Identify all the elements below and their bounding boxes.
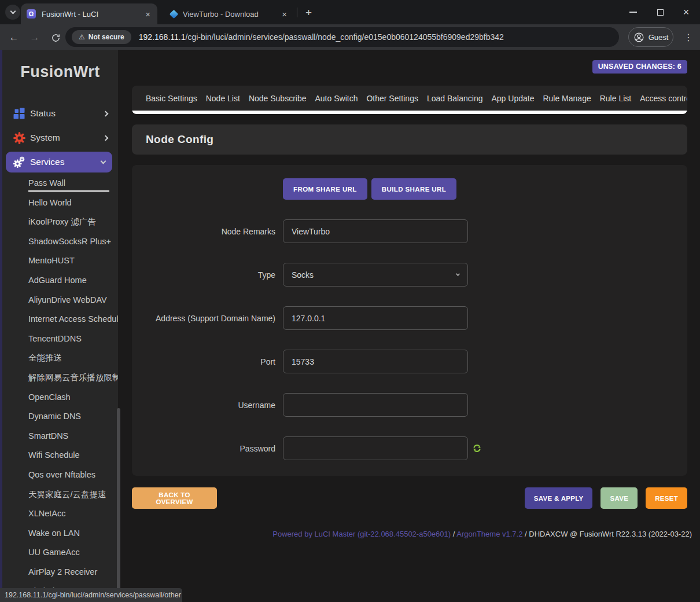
close-icon: ×	[683, 7, 690, 17]
footer-separator: /	[451, 530, 456, 538]
sidebar-item-adguard-home[interactable]: AdGuard Home	[2, 271, 118, 291]
sidebar-item-ssr-plus[interactable]: ShadowSocksR Plus+	[2, 232, 118, 252]
save-apply-button[interactable]: SAVE & APPLY	[525, 487, 593, 509]
password-label: Password	[132, 444, 275, 453]
sidebar-item-internet-access-schedule[interactable]: Internet Access Schedule	[2, 310, 118, 329]
tab-load-balancing[interactable]: Load Balancing	[427, 94, 483, 103]
footer-build-info: DHDAXCW @ FusionWrt R22.3.13 (2022-03-22…	[529, 530, 692, 538]
browser-tabstrip: Ω FusionWrt - LuCI × ViewTurbo - Downloa…	[0, 0, 700, 24]
reset-button[interactable]: RESET	[646, 487, 687, 509]
sidebar-item-passwall[interactable]: Pass Wall	[2, 174, 118, 193]
new-tab-button[interactable]: +	[301, 5, 316, 20]
dashboard-grid-icon	[13, 108, 25, 119]
chevron-down-icon	[456, 271, 460, 276]
port-input[interactable]	[283, 350, 468, 373]
argon-theme-link[interactable]: ArgonTheme v1.7.2	[456, 530, 522, 538]
tab-node-subscribe[interactable]: Node Subscribe	[249, 94, 307, 103]
sidebar-item-smartdns[interactable]: SmartDNS	[2, 427, 118, 446]
sidebar-item-unlock-netease-music[interactable]: 解除网易云音乐播放限制	[2, 368, 118, 388]
sidebar-item-tianyi-cloud[interactable]: 天翼家庭云/云盘提速	[2, 485, 118, 505]
sidebar-item-ikoolproxy[interactable]: iKoolProxy 滤广告	[2, 212, 118, 232]
chevron-right-icon	[103, 135, 109, 141]
address-input[interactable]	[283, 306, 468, 330]
node-remarks-label: Node Remarks	[132, 227, 275, 236]
browser-tab-fusionwrt[interactable]: Ω FusionWrt - LuCI ×	[21, 3, 157, 24]
sidebar-scrollbar[interactable]	[117, 408, 120, 602]
username-input[interactable]	[283, 393, 468, 417]
sidebar-item-aliyundrive-webdav[interactable]: AliyunDrive WebDAV	[2, 291, 118, 310]
sidebar-item-xlnetacc[interactable]: XLNetAcc	[2, 504, 118, 524]
luci-favicon: Ω	[27, 9, 36, 19]
tab-access-control[interactable]: Access control	[640, 94, 687, 103]
window-maximize-button[interactable]	[651, 3, 669, 21]
back-button[interactable]: ←	[7, 31, 21, 45]
profile-label: Guest	[649, 33, 669, 42]
sidebar-item-label: Services	[30, 157, 64, 167]
browser-toolbar: ← → ⚠ Not secure 192.168.11.1/cgi-bin/lu…	[0, 24, 700, 50]
gear-icon	[13, 132, 25, 144]
address-label: Address (Support Domain Name)	[132, 314, 275, 323]
window-close-button[interactable]: ×	[677, 3, 695, 21]
maximize-icon	[657, 9, 664, 16]
sidebar-item-openclash[interactable]: OpenClash	[2, 388, 118, 408]
url-bar[interactable]: ⚠ Not secure 192.168.11.1/cgi-bin/luci/a…	[65, 27, 619, 47]
sidebar-item-system[interactable]: System	[2, 130, 118, 146]
services-submenu: Pass Wall Hello World iKoolProxy 滤广告 Sha…	[2, 174, 118, 601]
page-title: Node Config	[132, 124, 687, 155]
tab-rule-list[interactable]: Rule List	[600, 94, 631, 103]
sidebar-item-label: System	[30, 133, 60, 143]
reload-icon	[51, 33, 61, 43]
tab-underline	[132, 111, 687, 114]
sidebar-item-airplay2-receiver[interactable]: AirPlay 2 Receiver	[2, 563, 118, 582]
password-input[interactable]	[283, 436, 468, 460]
tab-node-list[interactable]: Node List	[206, 94, 240, 103]
tab-rule-manage[interactable]: Rule Manage	[543, 94, 591, 103]
submenu-label: Pass Wall	[28, 178, 65, 188]
window-minimize-button[interactable]	[624, 3, 642, 21]
reload-button[interactable]	[49, 31, 62, 45]
generate-password-button[interactable]	[472, 443, 482, 453]
sidebar-item-qos-nftables[interactable]: Qos over Nftables	[2, 465, 118, 485]
tab-auto-switch[interactable]: Auto Switch	[315, 94, 358, 103]
tab-close-icon[interactable]: ×	[282, 10, 287, 19]
sidebar-item-helloworld[interactable]: Hello World	[2, 193, 118, 213]
browser-status-bar: 192.168.11.1/cgi-bin/luci/admin/services…	[0, 588, 182, 602]
sidebar-item-push[interactable]: 全能推送	[2, 348, 118, 368]
sidebar-item-wifi-schedule[interactable]: Wifi Schedule	[2, 446, 118, 465]
type-select[interactable]: Socks	[283, 263, 468, 287]
forward-button[interactable]: →	[28, 31, 42, 45]
browser-tab-viewturbo[interactable]: ViewTurbo - Download ×	[163, 3, 294, 24]
sidebar-item-services[interactable]: Services	[6, 152, 112, 172]
tab-close-icon[interactable]: ×	[145, 10, 150, 19]
save-button[interactable]: SAVE	[600, 487, 638, 509]
browser-menu-button[interactable]: ⋮	[681, 30, 695, 44]
sidebar-item-tencentddns[interactable]: TencentDDNS	[2, 329, 118, 349]
chevron-down-icon	[10, 9, 16, 14]
tab-search-button[interactable]	[5, 5, 20, 20]
tab-basic-settings[interactable]: Basic Settings	[146, 94, 197, 103]
minimize-icon	[629, 12, 637, 13]
profile-button[interactable]: Guest	[628, 27, 673, 47]
unsaved-changes-badge[interactable]: UNSAVED CHANGES: 6	[592, 60, 687, 74]
type-label: Type	[132, 270, 275, 280]
node-remarks-input[interactable]	[283, 219, 468, 243]
tab-app-update[interactable]: App Update	[491, 94, 534, 103]
build-share-url-button[interactable]: BUILD SHARE URL	[371, 178, 456, 200]
sidebar-item-status[interactable]: Status	[2, 105, 118, 122]
not-secure-chip[interactable]: ⚠ Not secure	[72, 30, 131, 44]
tab-other-settings[interactable]: Other Settings	[366, 94, 418, 103]
person-icon	[633, 32, 644, 43]
back-to-overview-button[interactable]: BACK TO OVERVIEW	[132, 487, 217, 509]
chevron-down-icon	[101, 159, 106, 164]
app-logo: FusionWrt	[2, 60, 118, 83]
node-config-form: FROM SHARE URL BUILD SHARE URL Node Rema…	[132, 165, 687, 476]
sidebar-item-dynamic-dns[interactable]: Dynamic DNS	[2, 407, 118, 427]
sidebar-item-wake-on-lan[interactable]: Wake on LAN	[2, 524, 118, 544]
sidebar-item-mentohust[interactable]: MentoHUST	[2, 251, 118, 271]
from-share-url-button[interactable]: FROM SHARE URL	[283, 178, 367, 200]
sidebar-item-uu-gameacc[interactable]: UU GameAcc	[2, 543, 118, 563]
url-host: 192.168.11.1	[139, 32, 186, 42]
not-secure-label: Not secure	[89, 33, 124, 41]
type-select-value: Socks	[292, 270, 456, 280]
luci-link[interactable]: Powered by LuCI Master (git-22.068.45502…	[272, 530, 451, 538]
